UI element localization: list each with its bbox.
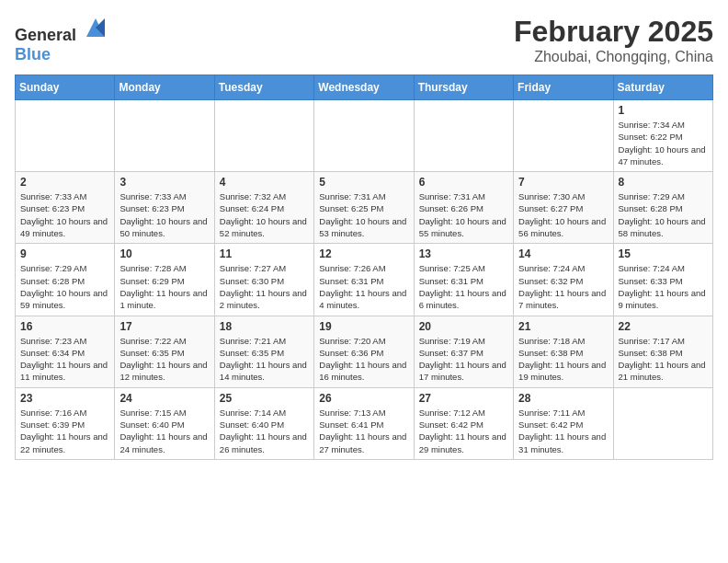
calendar-cell xyxy=(613,387,712,459)
day-info: Sunrise: 7:13 AM Sunset: 6:41 PM Dayligh… xyxy=(319,407,408,455)
day-info: Sunrise: 7:18 AM Sunset: 6:38 PM Dayligh… xyxy=(518,335,608,384)
calendar-cell xyxy=(16,100,115,172)
day-number: 1 xyxy=(619,104,708,117)
calendar-cell: 1Sunrise: 7:34 AM Sunset: 6:22 PM Daylig… xyxy=(613,100,712,172)
day-number: 3 xyxy=(119,176,209,189)
calendar-week-4: 16Sunrise: 7:23 AM Sunset: 6:34 PM Dayli… xyxy=(16,316,713,387)
day-info: Sunrise: 7:16 AM Sunset: 6:39 PM Dayligh… xyxy=(20,407,109,455)
calendar-cell: 9Sunrise: 7:29 AM Sunset: 6:28 PM Daylig… xyxy=(16,244,115,316)
day-info: Sunrise: 7:28 AM Sunset: 6:29 PM Dayligh… xyxy=(119,262,209,311)
calendar-cell xyxy=(214,100,313,172)
day-header-tuesday: Tuesday xyxy=(214,75,313,100)
calendar-cell: 15Sunrise: 7:24 AM Sunset: 6:33 PM Dayli… xyxy=(613,244,712,316)
day-info: Sunrise: 7:15 AM Sunset: 6:40 PM Dayligh… xyxy=(119,407,209,455)
day-info: Sunrise: 7:24 AM Sunset: 6:32 PM Dayligh… xyxy=(518,262,608,311)
calendar-cell: 2Sunrise: 7:33 AM Sunset: 6:23 PM Daylig… xyxy=(16,172,115,244)
day-info: Sunrise: 7:32 AM Sunset: 6:24 PM Dayligh… xyxy=(220,190,309,239)
day-header-wednesday: Wednesday xyxy=(314,75,414,100)
calendar-cell: 21Sunrise: 7:18 AM Sunset: 6:38 PM Dayli… xyxy=(514,316,613,387)
day-number: 10 xyxy=(119,247,209,260)
day-info: Sunrise: 7:21 AM Sunset: 6:35 PM Dayligh… xyxy=(220,335,309,384)
location: Zhoubai, Chongqing, China xyxy=(514,49,713,65)
day-number: 17 xyxy=(119,320,209,333)
day-info: Sunrise: 7:23 AM Sunset: 6:34 PM Dayligh… xyxy=(20,335,109,384)
day-header-saturday: Saturday xyxy=(613,75,712,100)
day-header-friday: Friday xyxy=(514,75,613,100)
day-info: Sunrise: 7:26 AM Sunset: 6:31 PM Dayligh… xyxy=(319,262,408,311)
calendar-week-2: 2Sunrise: 7:33 AM Sunset: 6:23 PM Daylig… xyxy=(16,172,713,244)
day-number: 22 xyxy=(619,320,708,333)
day-number: 11 xyxy=(220,247,309,260)
day-info: Sunrise: 7:27 AM Sunset: 6:30 PM Dayligh… xyxy=(220,262,309,311)
calendar-cell: 10Sunrise: 7:28 AM Sunset: 6:29 PM Dayli… xyxy=(115,244,214,316)
calendar-cell: 6Sunrise: 7:31 AM Sunset: 6:26 PM Daylig… xyxy=(414,172,513,244)
day-number: 21 xyxy=(518,320,608,333)
logo-general: General xyxy=(15,26,76,44)
day-number: 15 xyxy=(619,247,708,260)
day-info: Sunrise: 7:31 AM Sunset: 6:26 PM Dayligh… xyxy=(419,190,508,239)
calendar-cell: 28Sunrise: 7:11 AM Sunset: 6:42 PM Dayli… xyxy=(514,387,613,459)
day-info: Sunrise: 7:25 AM Sunset: 6:31 PM Dayligh… xyxy=(419,262,508,311)
calendar-cell: 22Sunrise: 7:17 AM Sunset: 6:38 PM Dayli… xyxy=(613,316,712,387)
page-header: General Blue February 2025 Zhoubai, Chon… xyxy=(15,15,713,65)
day-info: Sunrise: 7:20 AM Sunset: 6:36 PM Dayligh… xyxy=(319,335,408,384)
calendar-cell: 19Sunrise: 7:20 AM Sunset: 6:36 PM Dayli… xyxy=(314,316,414,387)
calendar-week-5: 23Sunrise: 7:16 AM Sunset: 6:39 PM Dayli… xyxy=(16,387,713,459)
day-number: 6 xyxy=(419,176,508,189)
day-info: Sunrise: 7:34 AM Sunset: 6:22 PM Dayligh… xyxy=(619,119,708,167)
day-info: Sunrise: 7:11 AM Sunset: 6:42 PM Dayligh… xyxy=(518,407,608,455)
title-area: February 2025 Zhoubai, Chongqing, China xyxy=(514,15,713,65)
calendar-cell: 27Sunrise: 7:12 AM Sunset: 6:42 PM Dayli… xyxy=(414,387,513,459)
calendar-cell: 14Sunrise: 7:24 AM Sunset: 6:32 PM Dayli… xyxy=(514,244,613,316)
calendar-cell: 25Sunrise: 7:14 AM Sunset: 6:40 PM Dayli… xyxy=(214,387,313,459)
calendar-cell: 5Sunrise: 7:31 AM Sunset: 6:25 PM Daylig… xyxy=(314,172,414,244)
logo-icon xyxy=(83,15,108,40)
day-info: Sunrise: 7:30 AM Sunset: 6:27 PM Dayligh… xyxy=(518,190,608,239)
calendar-cell: 8Sunrise: 7:29 AM Sunset: 6:28 PM Daylig… xyxy=(613,172,712,244)
day-header-sunday: Sunday xyxy=(16,75,115,100)
calendar-cell: 12Sunrise: 7:26 AM Sunset: 6:31 PM Dayli… xyxy=(314,244,414,316)
logo-text: General Blue xyxy=(15,15,108,64)
calendar-cell: 7Sunrise: 7:30 AM Sunset: 6:27 PM Daylig… xyxy=(514,172,613,244)
logo-blue: Blue xyxy=(15,45,51,63)
day-number: 19 xyxy=(319,320,408,333)
day-number: 18 xyxy=(220,320,309,333)
day-header-thursday: Thursday xyxy=(414,75,513,100)
day-number: 2 xyxy=(20,176,109,189)
day-info: Sunrise: 7:31 AM Sunset: 6:25 PM Dayligh… xyxy=(319,190,408,239)
calendar-cell: 26Sunrise: 7:13 AM Sunset: 6:41 PM Dayli… xyxy=(314,387,414,459)
calendar-cell xyxy=(115,100,214,172)
calendar-cell xyxy=(314,100,414,172)
day-number: 28 xyxy=(518,392,608,405)
calendar-cell: 16Sunrise: 7:23 AM Sunset: 6:34 PM Dayli… xyxy=(16,316,115,387)
logo: General Blue xyxy=(15,15,108,64)
calendar-cell: 3Sunrise: 7:33 AM Sunset: 6:23 PM Daylig… xyxy=(115,172,214,244)
calendar-cell: 17Sunrise: 7:22 AM Sunset: 6:35 PM Dayli… xyxy=(115,316,214,387)
calendar-table: SundayMondayTuesdayWednesdayThursdayFrid… xyxy=(15,75,713,460)
day-number: 20 xyxy=(419,320,508,333)
day-info: Sunrise: 7:24 AM Sunset: 6:33 PM Dayligh… xyxy=(619,262,708,311)
day-info: Sunrise: 7:17 AM Sunset: 6:38 PM Dayligh… xyxy=(619,335,708,384)
day-number: 4 xyxy=(220,176,309,189)
day-info: Sunrise: 7:29 AM Sunset: 6:28 PM Dayligh… xyxy=(20,262,109,311)
calendar-cell: 18Sunrise: 7:21 AM Sunset: 6:35 PM Dayli… xyxy=(214,316,313,387)
month-title: February 2025 xyxy=(514,15,713,49)
day-number: 12 xyxy=(319,247,408,260)
day-number: 27 xyxy=(419,392,508,405)
calendar-cell: 13Sunrise: 7:25 AM Sunset: 6:31 PM Dayli… xyxy=(414,244,513,316)
day-info: Sunrise: 7:12 AM Sunset: 6:42 PM Dayligh… xyxy=(419,407,508,455)
day-number: 5 xyxy=(319,176,408,189)
day-number: 23 xyxy=(20,392,109,405)
day-number: 16 xyxy=(20,320,109,333)
day-info: Sunrise: 7:33 AM Sunset: 6:23 PM Dayligh… xyxy=(119,190,209,239)
calendar-header-row: SundayMondayTuesdayWednesdayThursdayFrid… xyxy=(16,75,713,100)
day-number: 8 xyxy=(619,176,708,189)
calendar-cell: 20Sunrise: 7:19 AM Sunset: 6:37 PM Dayli… xyxy=(414,316,513,387)
calendar-cell: 23Sunrise: 7:16 AM Sunset: 6:39 PM Dayli… xyxy=(16,387,115,459)
calendar-cell: 4Sunrise: 7:32 AM Sunset: 6:24 PM Daylig… xyxy=(214,172,313,244)
day-info: Sunrise: 7:33 AM Sunset: 6:23 PM Dayligh… xyxy=(20,190,109,239)
day-info: Sunrise: 7:14 AM Sunset: 6:40 PM Dayligh… xyxy=(220,407,309,455)
calendar-week-3: 9Sunrise: 7:29 AM Sunset: 6:28 PM Daylig… xyxy=(16,244,713,316)
day-info: Sunrise: 7:22 AM Sunset: 6:35 PM Dayligh… xyxy=(119,335,209,384)
day-number: 24 xyxy=(119,392,209,405)
